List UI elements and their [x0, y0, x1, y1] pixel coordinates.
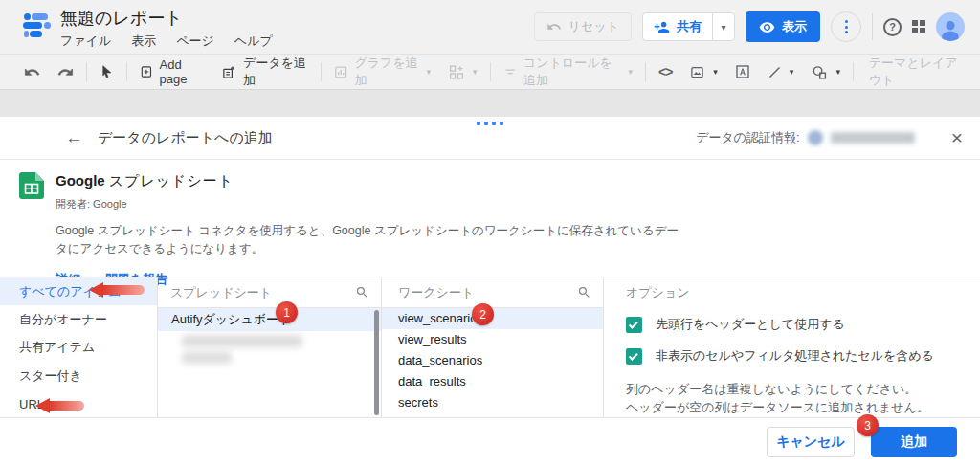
checkbox-label: 先頭行をヘッダーとして使用する	[656, 316, 845, 333]
add-page-button[interactable]: Add page	[131, 55, 214, 89]
help-button[interactable]: ?	[883, 18, 902, 36]
add-control-button[interactable]: コントロールを追加 ▾	[495, 55, 642, 89]
toolbar: Add page データを追加 グラフを追加 ▾ ▾ コントロールを追加 ▾ <…	[0, 55, 980, 90]
cursor-icon	[100, 64, 114, 79]
add-text-button[interactable]	[726, 55, 759, 89]
add-shape-button[interactable]: ▾	[802, 55, 849, 89]
dialog-footer: キャンセル 追加 3	[0, 417, 980, 465]
add-line-button[interactable]: ▾	[759, 55, 803, 89]
looker-studio-logo-icon	[23, 12, 48, 37]
chevron-down-icon: ▾	[629, 67, 634, 77]
add-chart-label: グラフを追加	[354, 55, 418, 89]
chevron-down-icon: ▾	[713, 67, 718, 77]
cancel-button[interactable]: キャンセル	[767, 427, 855, 457]
back-button[interactable]: ←	[65, 127, 83, 148]
credentials-label: データの認証情報:	[696, 129, 800, 146]
search-icon[interactable]	[355, 285, 369, 300]
file-picker: すべてのアイテム 自分がオーナー 共有アイテム スター付き URL スプレッドシ…	[0, 277, 980, 417]
spreadsheet-column-header: スプレッドシート	[170, 284, 272, 301]
spreadsheet-item-selected[interactable]: Autifyダッシュボード	[158, 308, 381, 331]
select-tool-button[interactable]	[91, 55, 122, 89]
worksheet-item[interactable]: data_results	[382, 370, 603, 391]
text-box-icon	[735, 64, 750, 79]
embed-url-button[interactable]: <>	[650, 55, 680, 89]
chevron-down-icon: ▾	[790, 67, 794, 77]
add-chart-button[interactable]: グラフを追加 ▾	[325, 55, 439, 89]
worksheet-item[interactable]: view_results	[382, 329, 603, 350]
line-icon	[768, 65, 782, 79]
options-column: オプション 先頭行をヘッダーとして使用する 非表示のセルやフィルタ処理されたセル…	[604, 277, 980, 417]
sidebar-item-shared[interactable]: 共有アイテム	[0, 334, 157, 362]
redacted-spreadsheet-item	[182, 335, 302, 347]
person-icon	[938, 18, 963, 41]
undo-icon	[24, 64, 40, 80]
checkbox-label: 非表示のセルやフィルタ処理されたセルを含める	[656, 347, 934, 365]
report-title[interactable]: 無題のレポート	[60, 9, 273, 29]
share-dropdown-button[interactable]: ▾	[713, 13, 734, 40]
include-hidden-cells-checkbox[interactable]	[626, 348, 642, 365]
sidebar-item-owned-by-me[interactable]: 自分がオーナー	[0, 305, 157, 333]
credentials-name-redacted	[831, 132, 915, 144]
chevron-down-icon: ▾	[835, 67, 840, 77]
chevron-down-icon: ▾	[427, 67, 432, 77]
add-chart-icon	[334, 64, 347, 80]
options-note: 列のヘッダー名は重複しないようにしてください。 ヘッダーが空の列はデータソースに…	[626, 380, 980, 416]
image-icon	[689, 65, 705, 79]
menu-file[interactable]: ファイル	[60, 33, 111, 50]
view-button[interactable]: 表示	[746, 11, 820, 42]
connector-name: Googleスプレッドシート	[56, 172, 685, 190]
sidebar-item-starred[interactable]: スター付き	[0, 362, 157, 389]
menubar: ファイル 表示 ページ ヘルプ	[60, 33, 273, 50]
annotation-badge-1: 1	[276, 301, 298, 323]
credentials-avatar	[808, 130, 823, 145]
worksheet-item[interactable]: data_scenarios	[382, 350, 603, 371]
annotation-arrow-url	[35, 398, 84, 413]
annotation-badge-3: 3	[857, 414, 879, 436]
share-button-group: 共有 ▾	[642, 12, 735, 41]
use-first-row-header-checkbox[interactable]	[626, 317, 642, 333]
spreadsheet-list-scrollbar[interactable]	[374, 310, 379, 415]
add-data-icon	[222, 64, 236, 80]
add-image-button[interactable]: ▾	[680, 55, 726, 89]
add-data-dialog: ← データのレポートへの追加 データの認証情報: × Googleスプレッドシー…	[0, 117, 980, 466]
close-icon[interactable]: ×	[951, 130, 963, 145]
options-column-header: オプション	[626, 284, 690, 301]
view-label: 表示	[782, 18, 807, 35]
redacted-spreadsheet-item	[182, 352, 232, 364]
picker-sidebar: すべてのアイテム 自分がオーナー 共有アイテム スター付き URL	[0, 277, 158, 417]
share-label: 共有	[677, 18, 702, 35]
chevron-down-icon: ▾	[473, 67, 478, 77]
spreadsheet-column: スプレッドシート Autifyダッシュボード 1	[158, 277, 382, 417]
theme-layout-button[interactable]: テーマとレイアウト	[858, 55, 980, 89]
eye-icon	[759, 19, 775, 35]
redo-button[interactable]	[49, 55, 82, 89]
reset-button[interactable]: リセット	[534, 12, 632, 41]
menu-page[interactable]: ページ	[176, 33, 214, 50]
add-data-label: データを追加	[243, 55, 308, 89]
chevron-down-icon: ▾	[721, 22, 725, 33]
user-avatar[interactable]	[936, 12, 965, 41]
reset-label: リセット	[568, 18, 619, 35]
connector-description: Google スプレッドシート コネクタを使用すると、Google スプレッドシ…	[56, 222, 685, 258]
add-data-button[interactable]: データを追加	[213, 55, 317, 89]
redo-icon	[57, 64, 74, 80]
google-sheets-icon	[19, 172, 44, 277]
add-page-label: Add page	[160, 57, 206, 86]
worksheet-item[interactable]: secrets	[382, 391, 603, 412]
dialog-drag-handle[interactable]	[477, 122, 503, 125]
undo-button[interactable]	[15, 55, 49, 89]
menu-view[interactable]: 表示	[131, 33, 156, 50]
community-visualizations-button[interactable]: ▾	[439, 55, 486, 89]
annotation-badge-2: 2	[472, 303, 494, 325]
community-viz-icon	[448, 64, 465, 80]
add-button[interactable]: 追加	[871, 427, 957, 457]
dialog-title: データのレポートへの追加	[98, 129, 273, 147]
apps-grid-icon[interactable]	[912, 20, 925, 33]
share-button[interactable]: 共有	[643, 13, 712, 40]
search-icon[interactable]	[577, 285, 591, 300]
more-options-button[interactable]	[831, 11, 861, 42]
code-icon: <>	[658, 64, 672, 79]
menu-help[interactable]: ヘルプ	[234, 33, 273, 50]
worksheet-column-header: ワークシート	[398, 284, 474, 301]
help-glyph: ?	[889, 21, 896, 33]
